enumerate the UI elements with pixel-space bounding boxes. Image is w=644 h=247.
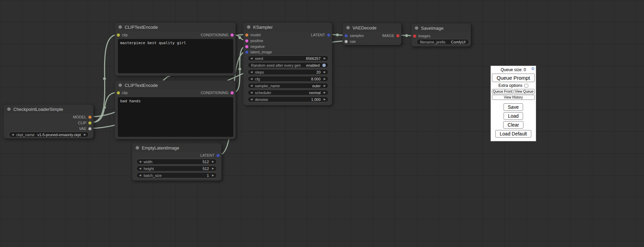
model-port-icon[interactable] — [245, 34, 248, 37]
image-port-icon[interactable] — [413, 35, 416, 38]
node-ksampler[interactable]: KSampler model positive negative latent_… — [243, 22, 332, 105]
node-title-bar[interactable]: KSampler — [244, 23, 332, 31]
widget-label: steps — [255, 70, 264, 74]
collapse-dot-icon[interactable] — [119, 25, 122, 29]
decrement-arrow-icon[interactable]: ◀ — [139, 167, 141, 170]
collapse-dot-icon[interactable] — [7, 107, 11, 111]
widget-value: normal — [271, 91, 321, 95]
node-clip-text-encode-negative[interactable]: CLIPTextEncode clip CONDITIONING bad han… — [115, 80, 236, 139]
decrement-arrow-icon[interactable]: ◀ — [139, 160, 141, 163]
clip-port-icon[interactable] — [117, 34, 120, 37]
node-title-bar[interactable]: CLIPTextEncode — [115, 81, 235, 90]
view-history-button[interactable]: View History — [492, 95, 535, 100]
increment-arrow-icon[interactable]: ▶ — [324, 98, 326, 101]
node-title-bar[interactable]: CLIPTextEncode — [115, 23, 235, 31]
ckpt-name-widget[interactable]: ◀ ckpt_name v1-5-pruned-emaonly.ckpt ▶ — [9, 132, 89, 138]
extra-options-checkbox[interactable] — [524, 84, 528, 88]
decrement-arrow-icon[interactable]: ◀ — [139, 174, 141, 177]
denoise-widget[interactable]: ◀ denoise 1.000 ▶ — [248, 96, 329, 102]
output-slot-latent: LATENT — [311, 32, 330, 38]
latent-port-icon[interactable] — [216, 154, 220, 157]
node-save-image[interactable]: SaveImage images filename_prefix ComfyUI — [411, 23, 471, 47]
latent-port-icon[interactable] — [345, 34, 348, 37]
link-midpoint — [103, 77, 106, 80]
conditioning-port-icon[interactable] — [231, 34, 234, 37]
node-title: VAEDecode — [352, 25, 376, 30]
slot-label: samples — [350, 34, 364, 38]
random-seed-toggle[interactable]: Random seed after every gen enabled — [248, 62, 329, 68]
slot-label: images — [418, 34, 430, 38]
decrement-arrow-icon[interactable]: ◀ — [250, 98, 252, 101]
decrement-arrow-icon[interactable]: ◀ — [250, 84, 252, 87]
collapse-dot-icon[interactable] — [136, 146, 139, 150]
decrement-arrow-icon[interactable]: ◀ — [250, 57, 252, 60]
decrement-arrow-icon[interactable]: ◀ — [12, 133, 14, 136]
conditioning-port-icon[interactable] — [245, 45, 248, 48]
settings-gear-icon[interactable]: ⚙ — [531, 67, 535, 71]
collapse-dot-icon[interactable] — [415, 26, 418, 30]
conditioning-port-icon[interactable] — [231, 91, 234, 94]
increment-arrow-icon[interactable]: ▶ — [324, 71, 326, 74]
slot-label: CONDITIONING — [201, 33, 228, 37]
node-title-bar[interactable]: SaveImage — [411, 24, 471, 32]
load-button[interactable]: Load — [504, 112, 523, 120]
conditioning-port-icon[interactable] — [245, 39, 248, 42]
queue-front-button[interactable]: Queue Front — [492, 89, 513, 94]
node-vae-decode[interactable]: VAEDecode samples vae IMAGE — [343, 23, 401, 45]
steps-widget[interactable]: ◀ steps 20 ▶ — [248, 69, 329, 75]
link-midpoint — [238, 68, 241, 70]
image-port-icon[interactable] — [396, 34, 399, 37]
vae-port-icon[interactable] — [88, 127, 91, 130]
increment-arrow-icon[interactable]: ▶ — [212, 167, 214, 170]
node-clip-text-encode-positive[interactable]: CLIPTextEncode clip CONDITIONING masterp… — [115, 22, 236, 76]
widget-value: v1-5-pruned-emaonly.ckpt — [35, 133, 81, 137]
clip-port-icon[interactable] — [88, 121, 91, 125]
negative-prompt-textarea[interactable]: bad hands — [118, 97, 233, 137]
seed-widget[interactable]: ◀ seed 8566257 ▶ — [248, 55, 329, 61]
cfg-widget[interactable]: ◀ cfg 8.000 ▶ — [248, 76, 329, 82]
model-port-icon[interactable] — [88, 116, 91, 119]
collapse-dot-icon[interactable] — [346, 26, 350, 29]
sampler-name-widget[interactable]: ◀ sampler_name euler ▶ — [248, 83, 329, 89]
node-title-bar[interactable]: VAEDecode — [343, 23, 401, 32]
increment-arrow-icon[interactable]: ▶ — [324, 78, 326, 80]
collapse-dot-icon[interactable] — [119, 83, 122, 87]
filename-prefix-widget[interactable]: filename_prefix ComfyUI — [417, 39, 469, 45]
node-empty-latent-image[interactable]: EmptyLatentImage LATENT ◀ width 512 ▶ ◀ … — [132, 143, 222, 181]
slot-label: IMAGE — [382, 34, 394, 38]
node-title-bar[interactable]: EmptyLatentImage — [132, 143, 221, 152]
height-widget[interactable]: ◀ height 512 ▶ — [136, 166, 217, 171]
widget-value: 8566257 — [263, 56, 321, 61]
decrement-arrow-icon[interactable]: ◀ — [250, 91, 252, 94]
vae-port-icon[interactable] — [345, 40, 348, 43]
link-midpoint — [103, 106, 106, 109]
increment-arrow-icon[interactable]: ▶ — [84, 133, 86, 136]
load-default-button[interactable]: Load Default — [495, 130, 531, 138]
decrement-arrow-icon[interactable]: ◀ — [250, 71, 252, 74]
widget-label: batch_size — [144, 173, 162, 178]
toggle-on-icon[interactable] — [322, 64, 326, 67]
decrement-arrow-icon[interactable]: ◀ — [250, 78, 252, 80]
node-title-bar[interactable]: CheckpointLoaderSimple — [4, 105, 93, 114]
positive-prompt-textarea[interactable]: masterpiece best quality girl — [118, 39, 233, 73]
view-queue-button[interactable]: View Queue — [514, 89, 535, 94]
widget-label: ckpt_name — [16, 133, 35, 137]
latent-port-icon[interactable] — [245, 51, 248, 54]
scheduler-widget[interactable]: ◀ scheduler normal ▶ — [248, 90, 329, 95]
batch-size-widget[interactable]: ◀ batch_size 1 ▶ — [136, 172, 217, 178]
node-checkpoint-loader[interactable]: CheckpointLoaderSimple MODEL CLIP VAE ◀ … — [3, 104, 94, 139]
collapse-dot-icon[interactable] — [247, 25, 250, 29]
link-midpoint — [238, 36, 241, 39]
increment-arrow-icon[interactable]: ▶ — [212, 160, 214, 163]
queue-prompt-button[interactable]: Queue Prompt — [492, 74, 535, 82]
increment-arrow-icon[interactable]: ▶ — [212, 174, 214, 177]
increment-arrow-icon[interactable]: ▶ — [324, 91, 326, 94]
increment-arrow-icon[interactable]: ▶ — [324, 57, 326, 60]
width-widget[interactable]: ◀ width 512 ▶ — [136, 159, 217, 165]
latent-port-icon[interactable] — [327, 34, 330, 37]
clip-port-icon[interactable] — [117, 91, 120, 94]
node-canvas[interactable]: CheckpointLoaderSimple MODEL CLIP VAE ◀ … — [0, 0, 644, 247]
save-button[interactable]: Save — [504, 103, 523, 111]
clear-button[interactable]: Clear — [503, 121, 523, 129]
increment-arrow-icon[interactable]: ▶ — [324, 84, 326, 87]
